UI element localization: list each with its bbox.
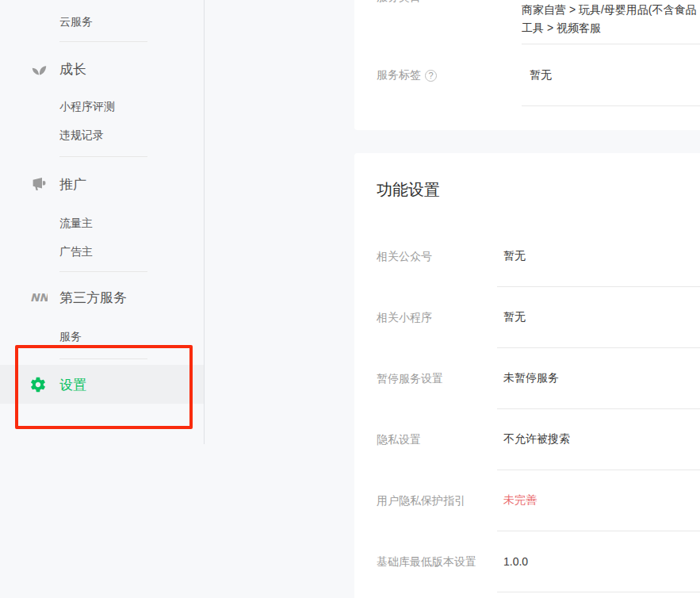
user-privacy-guideline-row: 用户隐私保护指引 未完善 xyxy=(377,470,700,531)
divider xyxy=(59,156,147,157)
service-category-value: 商家自营 > 玩具/母婴用品(不含食品 工具 > 视频客服 xyxy=(522,0,700,44)
privacy-settings-row: 隐私设置 不允许被搜索 xyxy=(377,409,700,470)
sidebar-group-label: 成长 xyxy=(59,60,86,79)
sidebar-group-growth[interactable]: 成长 xyxy=(0,52,204,86)
divider xyxy=(59,41,147,42)
sidebar-group-promotion[interactable]: 推广 xyxy=(0,167,204,201)
section-title: 功能设置 xyxy=(377,179,440,201)
service-tag-row: 服务标签 ? 暂无 xyxy=(377,44,700,106)
pause-service-row: 暂停服务设置 未暂停服务 xyxy=(377,348,700,409)
function-settings-card: 功能设置 相关公众号 暂无 相关小程序 暂无 暂停服务设置 未暂停服务 隐私设置… xyxy=(354,153,700,598)
sidebar-item-miniprogram-evaluation[interactable]: 小程序评测 xyxy=(59,93,115,121)
service-category-label: 服务类目 xyxy=(377,0,522,5)
sidebar-item-settings-active[interactable]: 设置 xyxy=(0,365,204,404)
row-value: 不允许被搜索 xyxy=(497,409,700,470)
sidebar-item-traffic-monetization[interactable]: 流量主 xyxy=(59,209,93,238)
help-icon[interactable]: ? xyxy=(425,70,437,82)
base-library-version-row: 基础库最低版本设置 1.0.0 xyxy=(377,531,700,592)
gear-icon xyxy=(29,376,47,393)
sidebar-item-advertiser[interactable]: 广告主 xyxy=(59,238,93,266)
service-tag-label: 服务标签 xyxy=(377,68,421,82)
row-value: 暂无 xyxy=(497,287,700,348)
row-label: 相关公众号 xyxy=(377,226,497,287)
service-tag-value: 暂无 xyxy=(522,44,700,106)
megaphone-icon xyxy=(30,175,48,193)
sidebar-item-label: 设置 xyxy=(59,375,86,393)
svg-text:NN: NN xyxy=(30,291,48,304)
divider xyxy=(59,358,147,359)
sidebar-item-label: 服务 xyxy=(59,330,82,344)
row-label: 基础库最低版本设置 xyxy=(377,531,497,592)
sidebar-item-label: 云服务 xyxy=(59,15,93,29)
sidebar-group-label: 第三方服务 xyxy=(59,289,127,307)
section-title-block: 功能设置 xyxy=(377,153,700,226)
service-category-line1: 商家自营 > 玩具/母婴用品(不含食品 xyxy=(522,1,700,19)
row-value: 未暂停服务 xyxy=(497,348,700,409)
row-value-danger: 未完善 xyxy=(497,470,700,531)
related-official-account-row: 相关公众号 暂无 xyxy=(377,226,700,287)
row-value: 暂无 xyxy=(497,226,700,287)
row-label: 暂停服务设置 xyxy=(377,348,497,409)
row-value: 1.0.0 xyxy=(497,531,700,592)
sidebar: 云服务 成长 小程序评测 违规记录 推广 流量主 广告主 xyxy=(0,0,205,444)
service-tag-label-cell: 服务标签 ? xyxy=(377,44,522,106)
service-info-card: 服务类目 商家自营 > 玩具/母婴用品(不含食品 工具 > 视频客服 服务标签 … xyxy=(354,0,700,130)
row-label: 隐私设置 xyxy=(377,409,497,470)
service-category-row: 服务类目 商家自营 > 玩具/母婴用品(不含食品 工具 > 视频客服 xyxy=(377,0,700,44)
sprout-icon xyxy=(30,60,48,78)
related-miniprogram-row: 相关小程序 暂无 xyxy=(377,287,700,348)
row-label: 用户隐私保护指引 xyxy=(377,470,497,531)
sidebar-item-services[interactable]: 服务 xyxy=(59,323,82,351)
sidebar-item-label: 小程序评测 xyxy=(59,100,115,114)
sidebar-item-label: 广告主 xyxy=(59,245,93,259)
third-party-icon: NN xyxy=(30,289,48,306)
service-category-line2: 工具 > 视频客服 xyxy=(522,19,700,37)
sidebar-item-violation-records[interactable]: 违规记录 xyxy=(59,121,104,150)
sidebar-item-cloud-service[interactable]: 云服务 xyxy=(59,8,93,36)
row-label: 相关小程序 xyxy=(377,287,497,348)
divider xyxy=(59,271,147,272)
sidebar-item-label: 流量主 xyxy=(59,217,93,231)
sidebar-group-label: 推广 xyxy=(59,175,86,194)
sidebar-group-third-party-services[interactable]: NN 第三方服务 xyxy=(0,280,204,315)
sidebar-item-label: 违规记录 xyxy=(59,128,104,143)
